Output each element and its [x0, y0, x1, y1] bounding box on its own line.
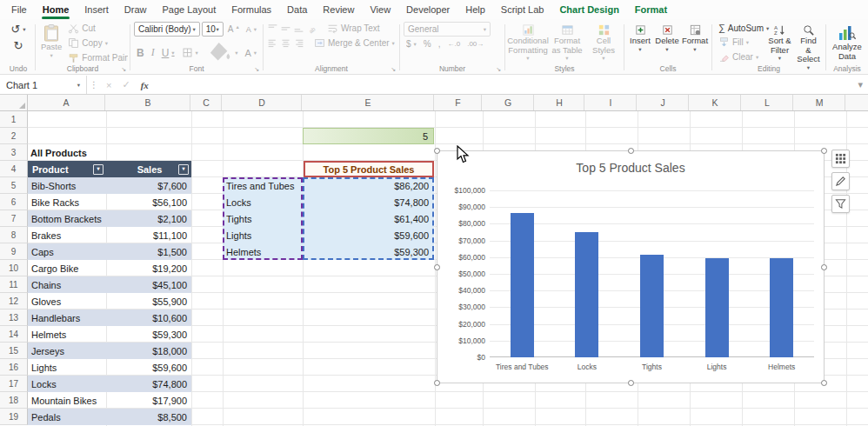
- product-sales-cell[interactable]: $45,100: [129, 280, 191, 290]
- format-painter-button[interactable]: Format Painter: [65, 51, 128, 64]
- chart-styles-button[interactable]: [831, 172, 850, 190]
- decrease-decimal-button[interactable]: .00→: [464, 39, 486, 49]
- column-header-f[interactable]: F: [435, 95, 482, 110]
- product-sales-cell[interactable]: $19,200: [129, 263, 191, 274]
- chart-bar-tights[interactable]: [640, 255, 664, 357]
- align-middle-icon[interactable]: [280, 23, 291, 34]
- product-name-cell[interactable]: Caps: [28, 247, 129, 257]
- product-name-cell[interactable]: Mountain Bikes: [28, 396, 129, 406]
- chart-bar-lights[interactable]: [705, 258, 729, 357]
- product-row-chains[interactable]: Chains$45,100: [28, 276, 191, 293]
- menu-tab-home[interactable]: Home: [35, 1, 77, 19]
- product-row-brakes[interactable]: Brakes$11,100: [28, 227, 191, 243]
- product-name-cell[interactable]: Helmets: [28, 329, 129, 340]
- product-sales-cell[interactable]: $8,500: [129, 412, 191, 423]
- shrink-font-button[interactable]: A▾: [244, 24, 259, 35]
- product-sales-cell[interactable]: $1,500: [129, 247, 191, 257]
- number-format-select[interactable]: General▾: [404, 22, 491, 37]
- product-name-cell[interactable]: Bottom Brackets: [28, 214, 129, 224]
- chart-resize-handle[interactable]: [434, 264, 440, 270]
- orientation-icon[interactable]: ab: [306, 23, 317, 34]
- merge-center-button[interactable]: Merge & Center▾: [311, 37, 397, 50]
- product-row-bike-racks[interactable]: Bike Racks$56,100: [28, 194, 191, 210]
- chart-bar-tires-and-tubes[interactable]: [511, 213, 534, 357]
- menu-tab-chart-design[interactable]: Chart Design: [551, 1, 626, 19]
- grow-font-button[interactable]: A▴: [225, 23, 242, 35]
- row-header-18[interactable]: 18: [0, 392, 28, 409]
- row-header-5[interactable]: 5: [0, 177, 28, 194]
- undo-button[interactable]: ↺▾: [8, 22, 28, 37]
- chart-resize-handle[interactable]: [434, 148, 440, 154]
- chart-resize-handle[interactable]: [628, 380, 634, 386]
- row-header-1[interactable]: 1: [0, 111, 28, 128]
- chart-resize-handle[interactable]: [821, 380, 827, 386]
- column-header-m[interactable]: M: [794, 95, 845, 110]
- insert-cells-button[interactable]: Insert▾: [628, 22, 652, 54]
- column-header-b[interactable]: B: [106, 95, 190, 110]
- row-header-11[interactable]: 11: [0, 276, 28, 293]
- formula-bar-grip[interactable]: ⋮: [87, 80, 101, 90]
- row-header-17[interactable]: 17: [0, 376, 28, 392]
- font-color-button[interactable]: A▾: [242, 48, 259, 58]
- insert-function-button[interactable]: fx: [136, 80, 154, 90]
- product-sales-cell[interactable]: $7,600: [129, 181, 191, 191]
- product-name-cell[interactable]: Pedals: [28, 412, 129, 423]
- row-header-3[interactable]: 3: [0, 144, 28, 161]
- row-header-2[interactable]: 2: [0, 128, 28, 144]
- formula-bar-expand-icon[interactable]: ▾: [852, 79, 868, 90]
- chart-title[interactable]: Top 5 Product Sales: [437, 161, 824, 175]
- row-header-10[interactable]: 10: [0, 260, 28, 276]
- product-row-cargo-bike[interactable]: Cargo Bike$19,200: [28, 260, 191, 276]
- format-cells-button[interactable]: Format▾: [682, 22, 708, 54]
- product-sales-cell[interactable]: $18,000: [129, 346, 191, 356]
- top5-sales-cell[interactable]: $86,200: [354, 181, 432, 191]
- column-header-g[interactable]: G: [483, 95, 534, 110]
- product-row-bottom-brackets[interactable]: Bottom Brackets$2,100: [28, 210, 191, 227]
- product-name-cell[interactable]: Cargo Bike: [28, 263, 129, 274]
- product-sales-cell[interactable]: $74,800: [129, 379, 191, 389]
- product-row-caps[interactable]: Caps$1,500: [28, 243, 191, 260]
- format-as-table-button[interactable]: Format as Table▾: [549, 22, 585, 63]
- enter-icon[interactable]: ✓: [117, 79, 135, 90]
- italic-button[interactable]: I: [149, 45, 157, 60]
- row-header-19[interactable]: 19: [0, 409, 28, 425]
- top5-product-cell[interactable]: Locks: [224, 197, 354, 208]
- product-sales-cell[interactable]: $56,100: [129, 197, 191, 208]
- product-name-cell[interactable]: Locks: [28, 379, 129, 389]
- cancel-icon[interactable]: ×: [101, 80, 117, 90]
- menu-tab-formulas[interactable]: Formulas: [224, 1, 279, 19]
- menu-tab-insert[interactable]: Insert: [77, 1, 117, 19]
- menu-tab-script-lab[interactable]: Script Lab: [493, 1, 552, 19]
- name-box[interactable]: Chart 1▾: [0, 76, 87, 94]
- column-header-j[interactable]: J: [638, 95, 689, 110]
- underline-button[interactable]: U▾: [159, 46, 177, 60]
- autosum-button[interactable]: ∑AutoSum▾: [716, 22, 765, 34]
- top5-row-tights[interactable]: Tights$61,400: [224, 210, 432, 227]
- product-row-bib-shorts[interactable]: Bib-Shorts$7,600: [28, 177, 191, 194]
- delete-cells-button[interactable]: Delete▾: [654, 22, 680, 54]
- sort-filter-button[interactable]: AZ Sort & Filter▾: [766, 22, 793, 63]
- top5-sales-cell[interactable]: $61,400: [354, 214, 432, 224]
- column-header-k[interactable]: K: [690, 95, 741, 110]
- column-header-c[interactable]: C: [191, 95, 222, 110]
- copy-button[interactable]: Copy▾: [65, 37, 128, 50]
- clear-button[interactable]: Clear▾: [716, 50, 765, 63]
- column-header-e[interactable]: E: [303, 95, 434, 110]
- chart[interactable]: Top 5 Product Sales $0$10,000$20,000$30,…: [437, 150, 825, 383]
- product-name-cell[interactable]: Bib-Shorts: [28, 181, 129, 191]
- top5-row-locks[interactable]: Locks$74,800: [224, 194, 432, 210]
- sales-filter-icon[interactable]: ▾: [178, 164, 189, 175]
- menu-tab-review[interactable]: Review: [315, 1, 362, 19]
- row-header-13[interactable]: 13: [0, 310, 28, 326]
- column-header-a[interactable]: A: [28, 95, 105, 110]
- product-sales-cell[interactable]: $11,100: [129, 230, 191, 241]
- row-header-16[interactable]: 16: [0, 359, 28, 376]
- bold-button[interactable]: B: [134, 46, 147, 60]
- product-row-jerseys[interactable]: Jerseys$18,000: [28, 343, 191, 359]
- product-sales-cell[interactable]: $10,600: [129, 313, 191, 323]
- fill-color-button[interactable]: ▾: [203, 38, 241, 67]
- product-row-lights[interactable]: Lights$59,600: [28, 359, 191, 376]
- menu-tab-help[interactable]: Help: [457, 1, 493, 19]
- top5-row-lights[interactable]: Lights$59,600: [224, 227, 432, 243]
- product-name-cell[interactable]: Gloves: [28, 296, 129, 307]
